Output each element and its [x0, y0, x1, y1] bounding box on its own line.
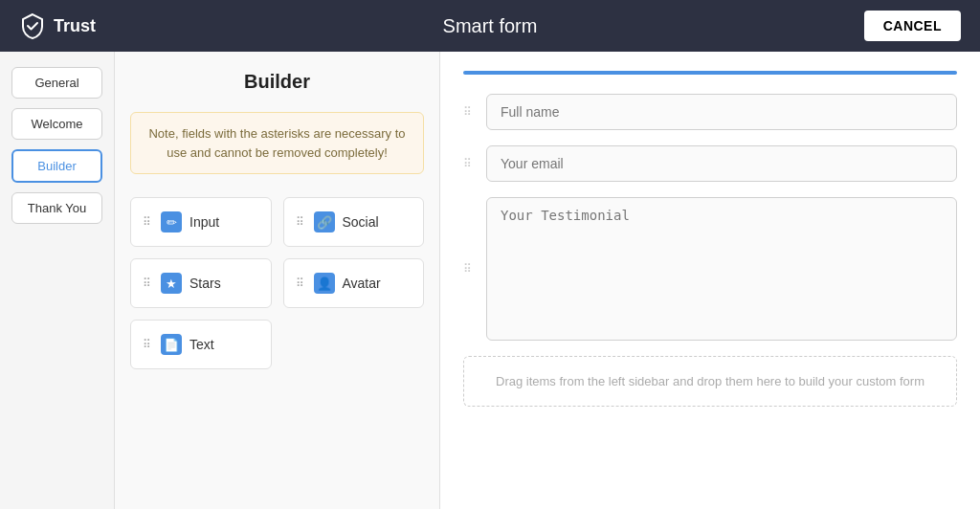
drag-handle-input: ⠿	[143, 215, 151, 229]
fullname-input[interactable]	[486, 94, 957, 130]
form-preview-panel: ⠿ ⠿ ⠿ Drag items from the left sidebar a…	[440, 52, 980, 509]
logo-text: Trust	[54, 16, 96, 36]
input-icon: ✏	[161, 211, 182, 232]
app-header: Trust Smart form CANCEL	[0, 0, 980, 52]
sidebar-item-builder[interactable]: Builder	[11, 149, 102, 183]
cancel-button[interactable]: CANCEL	[864, 11, 961, 41]
email-input[interactable]	[486, 145, 957, 182]
fullname-field-row: ⠿	[463, 94, 957, 130]
drag-handle-stars: ⠿	[143, 277, 151, 290]
sidebar: General Welcome Builder Thank You	[0, 52, 115, 509]
input-label: Input	[189, 214, 219, 230]
notice-box: Note, fields with the asterisks are nece…	[130, 112, 424, 174]
component-input[interactable]: ⠿ ✏ Input	[130, 197, 272, 247]
logo-icon	[19, 12, 46, 39]
sidebar-item-thankyou[interactable]: Thank You	[11, 192, 102, 224]
main-content: General Welcome Builder Thank You Builde…	[0, 52, 980, 509]
page-title: Smart form	[443, 15, 538, 37]
social-label: Social	[343, 214, 379, 230]
sidebar-item-welcome[interactable]: Welcome	[11, 108, 102, 140]
avatar-icon: 👤	[314, 273, 335, 294]
drag-handle-social: ⠿	[296, 215, 304, 229]
sidebar-item-general[interactable]: General	[11, 67, 102, 99]
drag-handle-fullname: ⠿	[463, 105, 477, 119]
testimonial-textarea[interactable]	[486, 197, 957, 341]
builder-panel: Builder Note, fields with the asterisks …	[115, 52, 440, 509]
testimonial-field-row: ⠿	[463, 197, 957, 341]
email-field-row: ⠿	[463, 145, 957, 182]
drag-handle-avatar: ⠿	[296, 277, 304, 290]
text-label: Text	[189, 337, 214, 352]
avatar-label: Avatar	[343, 276, 381, 291]
stars-label: Stars	[189, 276, 221, 291]
form-top-bar	[463, 71, 957, 75]
component-stars[interactable]: ⠿ ★ Stars	[130, 258, 272, 308]
drag-handle-text: ⠿	[143, 338, 151, 351]
component-social[interactable]: ⠿ 🔗 Social	[283, 197, 425, 247]
stars-icon: ★	[161, 273, 182, 294]
text-icon: 📄	[161, 334, 182, 355]
drag-handle-testimonial: ⠿	[463, 262, 477, 276]
components-grid: ⠿ ✏ Input ⠿ 🔗 Social ⠿ ★ Stars ⠿ 👤 Avata…	[130, 197, 424, 369]
logo: Trust	[19, 12, 96, 39]
panel-title: Builder	[130, 71, 424, 93]
component-avatar[interactable]: ⠿ 👤 Avatar	[283, 258, 425, 308]
component-text[interactable]: ⠿ 📄 Text	[130, 320, 272, 369]
drag-handle-email: ⠿	[463, 157, 477, 170]
social-icon: 🔗	[314, 211, 335, 232]
drop-zone: Drag items from the left sidebar and dro…	[463, 356, 957, 407]
